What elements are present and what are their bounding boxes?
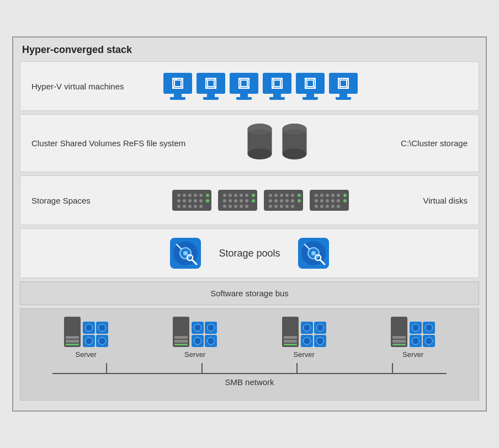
svg-point-96	[291, 199, 294, 202]
svg-point-107	[326, 194, 329, 197]
svg-point-58	[188, 199, 192, 202]
svg-point-67	[206, 199, 209, 202]
box-svg	[172, 77, 184, 89]
monitor-screen	[296, 73, 325, 94]
svg-point-98	[274, 205, 278, 208]
disk-small-inner	[207, 337, 215, 345]
svg-point-49	[282, 135, 306, 146]
svg-point-43	[247, 135, 272, 146]
svg-point-59	[194, 199, 197, 202]
svg-rect-9	[208, 80, 214, 87]
svg-point-65	[199, 205, 203, 208]
server-bar	[66, 336, 79, 339]
server-bar	[284, 340, 297, 343]
svg-rect-21	[274, 80, 280, 87]
server-unit: Server	[282, 317, 326, 359]
smb-tick	[106, 363, 107, 373]
disk-small-group	[192, 322, 217, 347]
svg-rect-15	[241, 80, 247, 87]
servers-row: Server Server	[31, 317, 468, 359]
diagram-title: Hyper-converged stack	[20, 44, 479, 56]
disk-small	[423, 335, 435, 347]
monitor-base	[302, 97, 318, 100]
disk-small-inner	[303, 337, 311, 345]
bus-layer: Software storage bus	[20, 281, 479, 305]
svg-point-53	[188, 194, 192, 197]
server-graphic	[391, 317, 435, 347]
storage-pool-disk-icon	[169, 237, 202, 270]
storage-pools-label: Storage pools	[219, 248, 280, 259]
svg-point-113	[331, 199, 335, 202]
csv-layer: Cluster Shared Volumes ReFS file system …	[20, 114, 479, 172]
svg-point-119	[337, 205, 340, 208]
server-bar	[284, 336, 297, 339]
svg-point-80	[229, 205, 232, 208]
svg-point-52	[183, 194, 186, 197]
svg-point-57	[183, 199, 186, 202]
svg-point-118	[331, 205, 335, 208]
svg-point-87	[269, 194, 272, 197]
disk-small-inner	[303, 324, 311, 332]
svg-point-120	[343, 194, 347, 197]
disk-small-inner	[316, 324, 324, 332]
server-bar	[174, 336, 188, 339]
svg-point-71	[234, 194, 237, 197]
disk-small-inner	[412, 324, 420, 332]
smb-tick	[201, 363, 203, 373]
monitor-icon	[197, 73, 225, 100]
disk-small-inner	[194, 337, 201, 345]
disk-small-inner	[316, 337, 324, 345]
bus-label: Software storage bus	[210, 289, 289, 298]
server-label: Server	[76, 350, 97, 359]
svg-point-115	[315, 205, 318, 208]
disk-small	[96, 335, 108, 347]
svg-point-94	[280, 199, 283, 202]
svg-point-117	[326, 205, 329, 208]
disk-small	[314, 322, 326, 334]
server-led	[284, 344, 297, 345]
monitor-screen	[197, 73, 225, 94]
server-tower	[173, 317, 189, 347]
disk-small	[83, 322, 95, 334]
storage-pools-icons: Storage pools	[31, 237, 468, 270]
disk-small	[205, 322, 217, 334]
svg-point-95	[285, 199, 289, 202]
disk-small	[423, 322, 435, 334]
cylinder-icon	[279, 122, 310, 164]
svg-point-92	[269, 199, 272, 202]
svg-point-54	[194, 194, 197, 197]
server-graphic	[64, 317, 108, 347]
server-tower	[64, 317, 81, 347]
svg-point-56	[177, 199, 181, 202]
server-graphic	[173, 317, 217, 347]
svg-rect-27	[307, 80, 314, 87]
server-tower	[391, 317, 407, 347]
svg-point-125	[183, 251, 188, 255]
server-label: Server	[294, 350, 315, 359]
disk-small-inner	[425, 324, 433, 332]
monitor-base	[236, 97, 252, 100]
disk-small-inner	[98, 324, 106, 332]
svg-point-82	[240, 205, 243, 208]
svg-point-77	[240, 199, 243, 202]
svg-point-109	[337, 194, 340, 197]
storage-spaces-label: Storage Spaces	[31, 196, 153, 205]
disk-small-inner	[194, 324, 201, 332]
server-led	[174, 344, 188, 345]
svg-point-81	[234, 205, 237, 208]
disk-small	[410, 335, 422, 347]
svg-point-79	[223, 205, 226, 208]
svg-point-74	[223, 199, 226, 202]
server-unit: Server	[391, 317, 435, 359]
disk-small-inner	[98, 337, 106, 345]
disk-small-inner	[85, 324, 93, 332]
svg-point-114	[337, 199, 340, 202]
svg-point-84	[252, 194, 255, 197]
nas-icon	[263, 189, 304, 212]
svg-point-93	[274, 199, 278, 202]
csv-label: Cluster Shared Volumes ReFS file system	[31, 138, 185, 148]
svg-point-102	[298, 194, 301, 197]
server-unit: Server	[64, 317, 108, 359]
svg-rect-1	[174, 80, 181, 87]
svg-point-91	[291, 194, 294, 197]
